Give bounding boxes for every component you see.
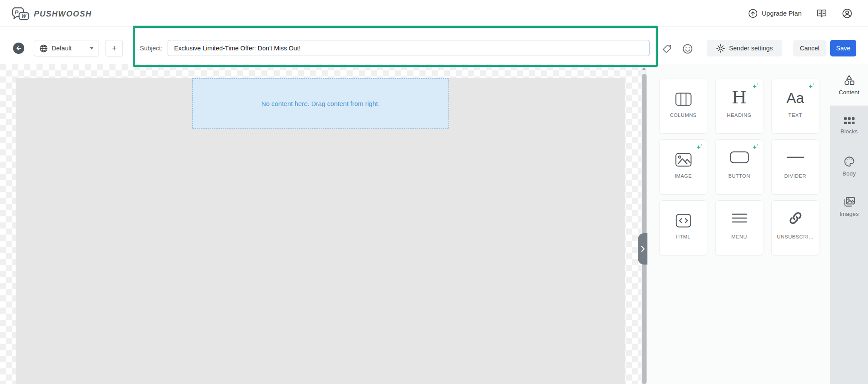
image-icon (675, 148, 692, 167)
block-card-columns[interactable]: COLUMNS (659, 79, 707, 134)
language-selected-value: Default (52, 45, 86, 52)
block-card-heading[interactable]: H HEADING (715, 79, 763, 134)
account-button[interactable] (842, 8, 852, 19)
svg-text:W: W (22, 13, 27, 19)
empty-dropzone[interactable]: No content here. Drag content from right… (192, 78, 449, 129)
blocks-grid-icon (844, 117, 855, 125)
button-icon (730, 148, 749, 167)
cancel-button[interactable]: Cancel (793, 40, 826, 56)
block-card-label: HTML (676, 234, 691, 239)
svg-text:P: P (15, 9, 19, 16)
tab-blocks[interactable]: Blocks (830, 106, 868, 146)
tab-content[interactable]: Content (830, 64, 868, 106)
sender-settings-button[interactable]: Sender settings (707, 40, 782, 56)
tab-body[interactable]: Body (830, 146, 868, 186)
editor-toolbar: Default + Subject: (0, 26, 868, 64)
upgrade-plan-button[interactable]: Upgrade Plan (748, 9, 802, 18)
panel-collapse-handle[interactable] (638, 233, 647, 265)
columns-icon (675, 87, 692, 106)
ai-sparkle-icon (696, 143, 703, 151)
globe-icon (40, 44, 48, 53)
block-card-image[interactable]: IMAGE (659, 139, 707, 195)
language-dropdown[interactable]: Default (34, 40, 99, 56)
block-card-label: DIVIDER (784, 173, 806, 179)
sidebar-tabs: Content Blocks (830, 64, 868, 384)
back-button[interactable] (13, 43, 24, 54)
scroll-up-arrow-icon[interactable] (642, 67, 646, 70)
ai-sparkle-icon (808, 83, 815, 90)
save-label: Save (836, 45, 850, 52)
brand-logo: P W PUSHWOOSH (12, 6, 92, 22)
tab-label: Body (842, 170, 856, 177)
plus-icon: + (112, 43, 117, 53)
subject-input[interactable] (168, 40, 650, 56)
html-icon (676, 209, 691, 228)
personalization-tag-button[interactable] (662, 43, 673, 54)
pushwoosh-logo-icon: P W (12, 6, 30, 22)
pushwoosh-email-editor: P W PUSHWOOSH Upgrade Plan (0, 0, 868, 384)
email-canvas[interactable]: No content here. Drag content from right… (0, 64, 641, 384)
app-header: P W PUSHWOOSH Upgrade Plan (0, 0, 868, 26)
smiley-icon (682, 43, 693, 54)
content-shapes-icon (843, 75, 855, 86)
tab-label: Images (839, 211, 858, 217)
block-card-unsubscribe[interactable]: UNSUBSCRI... (771, 200, 819, 255)
block-card-text[interactable]: Aa TEXT (771, 79, 819, 134)
emoji-button[interactable] (682, 43, 693, 54)
heading-icon: H (732, 87, 747, 106)
chevron-down-icon (90, 47, 93, 50)
scrollbar-thumb[interactable] (642, 74, 647, 384)
block-card-label: BUTTON (728, 173, 750, 179)
account-icon (842, 8, 852, 19)
palette-icon (844, 156, 855, 167)
text-icon: Aa (786, 87, 804, 106)
block-card-label: TEXT (789, 113, 802, 118)
ai-sparkle-icon (752, 143, 759, 151)
gear-icon (716, 44, 725, 53)
unsubscribe-link-icon (788, 209, 803, 228)
divider-icon (786, 148, 805, 167)
subject-label: Subject: (140, 45, 162, 52)
dropzone-message: No content here. Drag content from right… (261, 100, 380, 107)
block-card-label: UNSUBSCRI... (777, 234, 814, 239)
book-icon (816, 9, 827, 18)
upgrade-plan-label: Upgrade Plan (762, 10, 802, 17)
tag-icon (662, 43, 673, 54)
block-card-label: HEADING (727, 113, 752, 118)
tab-label: Blocks (841, 128, 858, 135)
upgrade-arrow-icon (748, 9, 758, 18)
canvas-scrollbar[interactable] (641, 64, 647, 384)
brand-name: PUSHWOOSH (34, 10, 92, 19)
header-actions: Upgrade Plan (748, 0, 852, 26)
add-language-button[interactable]: + (106, 40, 123, 56)
save-button[interactable]: Save (830, 40, 856, 56)
content-blocks-grid: COLUMNS H HEADING (659, 79, 819, 255)
tab-label: Content (839, 89, 859, 96)
chevron-right-icon (640, 245, 645, 252)
menu-icon (731, 209, 748, 228)
email-body-background[interactable]: No content here. Drag content from right… (16, 78, 625, 384)
block-card-label: MENU (731, 234, 747, 239)
tab-images[interactable]: Images (830, 186, 868, 227)
images-stack-icon (843, 196, 855, 208)
block-card-html[interactable]: HTML (659, 200, 707, 255)
ai-sparkle-icon (752, 83, 759, 90)
block-card-label: COLUMNS (670, 113, 697, 118)
block-card-divider[interactable]: DIVIDER (771, 139, 819, 195)
documentation-button[interactable] (816, 9, 827, 18)
content-panel: COLUMNS H HEADING (647, 64, 868, 384)
sender-settings-label: Sender settings (729, 45, 773, 52)
block-card-menu[interactable]: MENU (715, 200, 763, 255)
block-card-label: IMAGE (674, 173, 692, 179)
arrow-left-icon (16, 45, 22, 51)
cancel-label: Cancel (800, 45, 819, 52)
block-card-button[interactable]: BUTTON (715, 139, 763, 195)
